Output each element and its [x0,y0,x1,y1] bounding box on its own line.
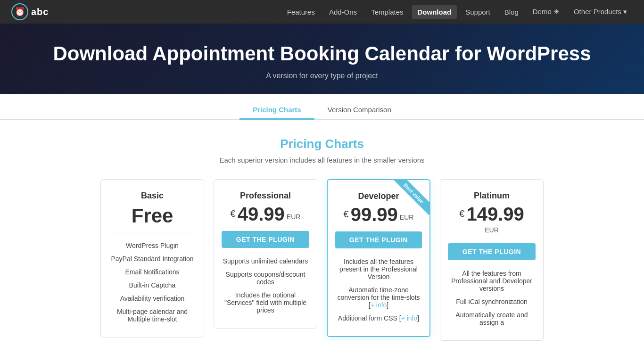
price-amount: 149.99 [466,205,524,223]
feature-item: Additional form CSS [+ info] [335,312,422,325]
plan-developer: Best value Developer € 99.99 EUR GET THE… [327,179,430,337]
tabs-bar: Pricing Charts Version Comparison [0,94,644,120]
plan-platinum-features: All the features from Professional and D… [448,267,536,329]
plan-developer-features: Includes all the features present in the… [335,255,422,325]
plan-professional-features: Supports unlimited calendars Supports co… [222,255,309,317]
pricing-grid: Basic Free WordPress Plugin PayPal Stand… [0,168,644,360]
tab-version-comparison[interactable]: Version Comparison [314,101,405,120]
nav-features[interactable]: Features [281,5,321,19]
feature-item: WordPress Plugin [108,239,196,252]
nav-blog[interactable]: Blog [499,5,524,19]
section-subheading: Each superior version includes all featu… [9,156,635,164]
best-value-ribbon: Best value [392,180,429,218]
plan-basic: Basic Free WordPress Plugin PayPal Stand… [100,179,204,337]
nav-demo[interactable]: Demo ✳ [527,5,565,19]
logo-icon: ⏰ [11,3,28,20]
hero-subtitle: A version for every type of project [9,72,635,80]
section-heading: Pricing Charts [9,137,635,151]
nav-other-products[interactable]: Other Products ▾ [568,5,633,19]
feature-item: Includes the optional "Services" field w… [222,288,309,317]
feature-item: Multi-page calendar and Multiple time-sl… [108,305,196,326]
navbar: ⏰ abc Features Add-Ons Templates Downloa… [0,0,644,24]
plan-professional-name: Professional [222,191,309,201]
info-link-css[interactable]: + info [401,314,418,322]
logo[interactable]: ⏰ abc [11,3,49,20]
plan-platinum-name: Platinum [448,191,536,201]
price-currency: € [344,209,349,220]
plan-platinum-btn[interactable]: GET THE PLUGIN [448,243,536,260]
feature-item: Includes all the features present in the… [335,255,422,283]
price-eur-below: EUR [448,226,536,234]
nav-support[interactable]: Support [460,5,496,19]
price-eur: EUR [287,213,301,221]
feature-item: Built-in Captcha [108,279,196,292]
price-amount: 49.99 [238,205,285,223]
plan-basic-features: WordPress Plugin PayPal Standard Integra… [108,239,196,326]
nav-templates[interactable]: Templates [365,5,409,19]
hero-section: Download Appointment Booking Calendar fo… [0,24,644,94]
feature-item: Automatically create and assign a [448,308,536,329]
divider [108,233,196,233]
feature-item: Supports unlimited calendars [222,255,309,268]
nav-addons[interactable]: Add-Ons [323,5,363,19]
plan-basic-name: Basic [108,191,196,201]
feature-item: Availability verification [108,292,196,305]
nav-download[interactable]: Download [412,5,457,19]
plan-developer-btn[interactable]: GET THE PLUGIN [335,231,422,248]
feature-item: PayPal Standard Integration [108,252,196,265]
price-currency: € [459,208,464,219]
logo-text: abc [31,7,49,17]
nav-links: Features Add-Ons Templates Download Supp… [281,5,633,19]
feature-item: Full iCal synchronization [448,295,536,308]
feature-item: All the features from Professional and D… [448,267,536,295]
feature-item: Supports coupons/discount codes [222,268,309,288]
feature-item: Email Notifications [108,265,196,279]
plan-professional: Professional € 49.99 EUR GET THE PLUGIN … [214,179,317,329]
plan-platinum: Platinum € 149.99 EUR GET THE PLUGIN All… [440,179,544,341]
price-currency: € [231,208,236,219]
plan-professional-price-row: € 49.99 EUR [222,205,309,223]
hero-title: Download Appointment Booking Calendar fo… [9,42,635,65]
ribbon-text: Best value [392,180,429,215]
plan-platinum-price-row: € 149.99 [448,205,536,223]
tab-pricing-charts[interactable]: Pricing Charts [239,101,314,120]
info-link-timezone[interactable]: + info [371,301,387,309]
section-header: Pricing Charts Each superior version inc… [0,120,644,168]
price-amount: 99.99 [351,205,398,224]
plan-professional-btn[interactable]: GET THE PLUGIN [222,231,309,248]
plan-basic-price: Free [108,205,196,227]
feature-item: Automatic time-zone conversion for the t… [335,283,422,312]
